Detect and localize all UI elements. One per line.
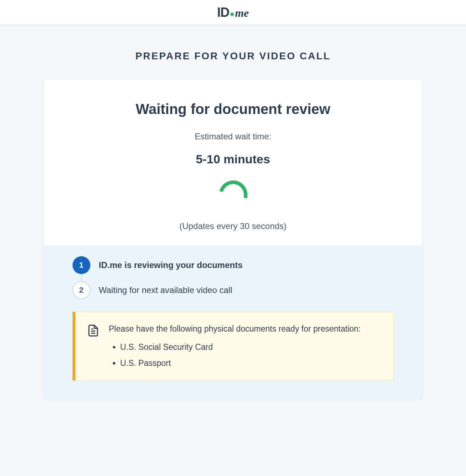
progress-steps: 1 ID.me is reviewing your documents 2 Wa… — [72, 256, 394, 299]
status-card: Waiting for document review Estimated wa… — [44, 80, 422, 398]
logo-id-text: ID — [217, 5, 229, 20]
update-frequency-note: (Updates every 30 seconds) — [58, 221, 408, 231]
status-top: Waiting for document review Estimated wa… — [44, 80, 422, 246]
step-badge-1: 1 — [72, 256, 90, 274]
required-documents-list: U.S. Social Security Card U.S. Passport — [109, 342, 382, 368]
notice-body: Please have the following physical docum… — [109, 324, 382, 368]
step-item-1: 1 ID.me is reviewing your documents — [72, 256, 394, 281]
logo-me-text: me — [235, 6, 249, 20]
step-item-2: 2 Waiting for next available video call — [72, 281, 394, 299]
document-item: U.S. Social Security Card — [120, 342, 382, 352]
app-header: ID me — [0, 0, 466, 25]
wait-time-value: 5-10 minutes — [58, 152, 408, 166]
page-title: Prepare for your video call — [0, 50, 466, 62]
brand-logo: ID me — [217, 5, 249, 20]
status-bottom: 1 ID.me is reviewing your documents 2 Wa… — [44, 246, 422, 398]
step-badge-2: 2 — [72, 281, 90, 299]
step-label-2: Waiting for next available video call — [99, 285, 232, 295]
notice-text: Please have the following physical docum… — [109, 324, 382, 334]
step-label-1: ID.me is reviewing your documents — [99, 260, 243, 270]
documents-notice: Please have the following physical docum… — [72, 312, 394, 381]
status-heading: Waiting for document review — [58, 101, 408, 117]
document-item: U.S. Passport — [120, 358, 382, 368]
document-icon — [87, 324, 100, 338]
wait-time-label: Estimated wait time: — [58, 132, 408, 142]
logo-dot-icon — [230, 13, 234, 16]
loading-spinner-icon — [219, 180, 247, 209]
